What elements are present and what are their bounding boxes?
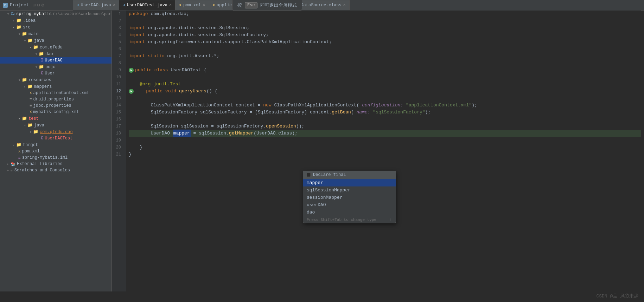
tree-com-qfedu[interactable]: ▾ 📁 com.qfedu xyxy=(0,44,111,51)
tabs-bar: J UserDAO.java × J UserDAOTest.java × X … xyxy=(73,0,641,11)
line-num: 5 xyxy=(115,39,123,46)
autocomplete-item-mapper[interactable]: mapper xyxy=(303,179,396,186)
tree-label: UserDAOTest xyxy=(45,136,72,141)
code-line-9: public class UserDAOTest { xyxy=(129,67,641,74)
tree-arrow: ▾ xyxy=(17,78,22,82)
project-icon: P xyxy=(3,3,8,8)
autocomplete-dropdown: Declare final mapper sqlSessionMapper se… xyxy=(303,171,396,223)
collapse-icon[interactable]: ⊟ xyxy=(37,2,40,8)
code-line-15: SqlSessionFactory sqlSessionFactory = (S… xyxy=(129,109,641,116)
tree-arrow: ▸ xyxy=(6,168,11,172)
tree-ext-libs[interactable]: ▸ 📚 External Libraries xyxy=(0,161,111,167)
autocomplete-item-sqlsessionmapper[interactable]: sqlSessionMapper xyxy=(303,186,396,194)
tab-close-icon[interactable]: × xyxy=(203,3,205,8)
tree-label: target xyxy=(23,143,38,147)
tree-label: applicationContext.xml xyxy=(33,91,89,96)
line-num: 14 xyxy=(115,102,123,109)
tree-label: jdbc.properties xyxy=(33,103,71,108)
tree-label: External Libraries xyxy=(17,162,63,166)
tree-test-java[interactable]: ▾ 📁 java xyxy=(0,122,111,129)
tree-jdbc-prop[interactable]: ≡ jdbc.properties xyxy=(0,103,111,109)
tree-java[interactable]: ▾ 📁 java xyxy=(0,37,111,44)
tree-appcontext-file[interactable]: X applicationContext.xml xyxy=(0,90,111,96)
tree-userdaotest[interactable]: C UserDAOTest xyxy=(0,135,111,142)
tree-arrow: ▾ xyxy=(28,45,33,50)
tree-arrow: ▾ xyxy=(11,25,16,29)
tree-label: pojo xyxy=(45,65,56,70)
code-line-6 xyxy=(129,46,641,53)
tree-mappers[interactable]: ▸ 📁 mappers xyxy=(0,83,111,90)
tree-idea[interactable]: ▸ 📁 .idea xyxy=(0,17,111,24)
autocomplete-item-dao[interactable]: dao xyxy=(303,209,396,216)
tab-userdaotest[interactable]: J UserDAOTest.java × xyxy=(119,0,176,10)
tree-dao-folder[interactable]: ▾ 📁 dao xyxy=(0,51,111,57)
line-num: 1 xyxy=(115,11,123,18)
tree-mybatis-config[interactable]: X mybatis-config.xml xyxy=(0,109,111,115)
xml-file-icon: X xyxy=(18,149,21,153)
svg-marker-1 xyxy=(130,90,132,92)
settings-icon[interactable]: ⚙ xyxy=(41,2,44,8)
editor-content: 1 2 3 4 5 6 7 8 9 10 11 12 13 14 15 16 1… xyxy=(112,11,644,291)
tree-arrow: ▾ xyxy=(6,12,11,16)
tree-label: resources xyxy=(28,78,51,83)
tree-label: UserDAO xyxy=(45,58,62,63)
tab-close-icon[interactable]: × xyxy=(343,3,346,8)
iml-file-icon: ≋ xyxy=(18,156,21,160)
footer-dots-icon: ⋮ xyxy=(388,217,392,222)
tab-close-icon[interactable]: × xyxy=(113,3,115,8)
autocomplete-item-sessionmapper[interactable]: sessionMapper xyxy=(303,194,396,201)
tree-src[interactable]: ▾ 📁 src xyxy=(0,24,111,31)
xml-file-icon: X xyxy=(30,110,32,114)
code-line-18: UserDAO mapper = sqlSession.getMapper(Us… xyxy=(129,130,641,137)
tree-arrow: ▾ xyxy=(23,39,27,43)
folder-icon: 📁 xyxy=(22,31,27,37)
folder-icon: 📁 xyxy=(16,25,21,30)
tree-label: spring-mybatis xyxy=(16,12,52,17)
tree-label: com.qfedu.dao xyxy=(40,130,73,134)
folder-icon: 📁 xyxy=(39,51,44,57)
tree-arrow: ▾ xyxy=(17,117,22,121)
tab-close-icon[interactable]: × xyxy=(169,3,172,8)
tree-test-folder[interactable]: ▾ 📁 test xyxy=(0,115,111,122)
tree-user[interactable]: C User xyxy=(0,70,111,77)
tree-iml-file[interactable]: ≋ spring-mybatis.iml xyxy=(0,155,111,161)
autocomplete-item-label: sessionMapper xyxy=(307,195,342,200)
autocomplete-item-label: userDAO xyxy=(307,202,326,208)
tree-userdao[interactable]: I UserDAO xyxy=(0,57,111,64)
autocomplete-item-label: mapper xyxy=(307,180,323,185)
line-num-active: 12 xyxy=(115,88,123,95)
minimize-icon[interactable]: — xyxy=(46,2,49,8)
class-file-icon: C xyxy=(41,71,43,76)
autocomplete-item-userdao[interactable]: userDAO xyxy=(303,201,396,209)
tree-pom-file[interactable]: X pom.xml xyxy=(0,148,111,155)
run-gutter-icon[interactable] xyxy=(129,89,134,94)
tree-arrow: ▾ xyxy=(28,130,33,134)
code-line-5: import org.springframework.context.suppo… xyxy=(129,39,641,46)
tree-com-qfedu-dao[interactable]: ▾ 📁 com.qfedu.dao xyxy=(0,129,111,135)
tree-arrow: ▸ xyxy=(23,85,27,89)
tab-userdao[interactable]: J UserDAO.java × xyxy=(73,0,119,10)
code-line-21: } xyxy=(129,151,641,158)
code-line-13 xyxy=(129,95,641,102)
tree-arrow: ▸ xyxy=(11,143,16,147)
interface-icon: I xyxy=(41,58,43,63)
tree-label: mappers xyxy=(34,84,52,89)
tree-project-root[interactable]: ▾ 🗂 spring-mybatis E:\Java2010\workspace… xyxy=(0,11,111,17)
code-area[interactable]: package com.qfedu.dao; import org.apache… xyxy=(126,11,644,291)
tree-resources[interactable]: ▾ 📁 resources xyxy=(0,77,111,83)
tree-pojo[interactable]: ▾ 📁 pojo xyxy=(0,64,111,70)
tree-druid-prop[interactable]: ≡ druid.properties xyxy=(0,96,111,103)
tree-main[interactable]: ▾ 📁 main xyxy=(0,31,111,37)
title-bar-left: P Project ⊞ ⊟ ⚙ — xyxy=(3,2,73,8)
line-num: 21 xyxy=(115,151,123,158)
declare-checkbox[interactable] xyxy=(307,173,311,177)
tooltip-suffix: 即可退出全屏模式 xyxy=(260,2,297,8)
tree-scratches[interactable]: ▸ ✏ Scratches and Consoles xyxy=(0,167,111,173)
expand-icon[interactable]: ⊞ xyxy=(33,2,36,8)
tree-label: Scratches and Consoles xyxy=(14,168,70,173)
tree-target[interactable]: ▸ 📁 target xyxy=(0,142,111,148)
tab-pom[interactable]: X pom.xml × xyxy=(176,0,209,10)
tree-label: java xyxy=(34,38,44,43)
java-icon: J xyxy=(123,3,125,7)
java-icon: J xyxy=(77,3,79,7)
